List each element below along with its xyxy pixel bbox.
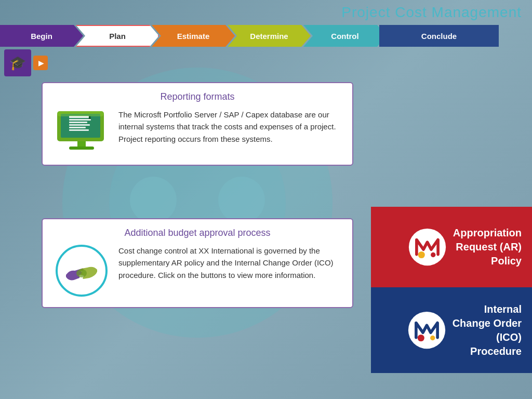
svg-rect-6	[69, 127, 86, 128]
owl-eye-left	[130, 177, 177, 223]
svg-rect-5	[69, 124, 90, 126]
nav-plan[interactable]: Plan	[76, 25, 159, 47]
play-button[interactable]: ▶	[33, 56, 48, 70]
svg-point-18	[417, 335, 424, 341]
svg-rect-11	[69, 147, 94, 150]
ar-policy-button[interactable]: Appropriation Request (AR) Policy	[371, 207, 532, 287]
card-top-body: The Microsft Portfolio Server / SAP / Ca…	[53, 109, 342, 154]
ico-button-label: Internal Change Order (ICO) Procedure	[453, 302, 522, 358]
svg-point-16	[431, 252, 435, 257]
navigation-bar: Begin Plan Estimate Determine Control Co…	[0, 25, 532, 47]
ar-m-logo	[408, 228, 447, 267]
nav-begin[interactable]: Begin	[0, 25, 83, 47]
owl-icon: 🎓	[4, 49, 31, 76]
owl-nav: 🎓 ▶	[4, 49, 48, 76]
svg-point-14	[409, 229, 446, 265]
handshake-circle	[56, 245, 108, 297]
svg-rect-12	[57, 111, 104, 116]
svg-rect-3	[69, 119, 91, 121]
ico-m-logo	[407, 311, 446, 350]
card-top-title: Reporting formats	[53, 91, 342, 102]
monitor-icon-area	[53, 109, 110, 154]
ico-procedure-button[interactable]: Internal Change Order (ICO) Procedure	[371, 287, 532, 373]
nav-determine[interactable]: Determine	[228, 25, 311, 47]
svg-rect-10	[77, 141, 86, 147]
card-bottom-title: Additional budget approval process	[53, 228, 342, 238]
svg-point-19	[430, 336, 435, 340]
handshake-icon-area	[53, 245, 110, 297]
owl-emoji: 🎓	[9, 55, 26, 71]
svg-point-15	[418, 251, 424, 258]
card-top-text: The Microsft Portfolio Server / SAP / Ca…	[118, 109, 342, 145]
svg-rect-7	[69, 129, 89, 131]
handshake-svg	[63, 255, 100, 286]
card-bottom-body: Cost change control at XX International …	[53, 245, 342, 297]
budget-approval-card: Additional budget approval process Cost …	[42, 218, 353, 308]
svg-point-13	[76, 269, 87, 277]
nav-estimate[interactable]: Estimate	[152, 25, 235, 47]
card-bottom-text: Cost change control at XX International …	[118, 245, 342, 281]
nav-conclude[interactable]: Conclude	[379, 25, 499, 47]
owl-eye-right	[218, 177, 265, 223]
reporting-formats-card: Reporting formats	[42, 82, 353, 166]
svg-point-17	[408, 312, 445, 349]
ar-button-label: Appropriation Request (AR) Policy	[453, 226, 522, 268]
page-title: Project Cost Management	[341, 4, 522, 21]
svg-rect-4	[69, 122, 87, 123]
nav-control[interactable]: Control	[303, 25, 387, 47]
monitor-svg	[55, 109, 109, 154]
play-icon: ▶	[38, 59, 44, 67]
